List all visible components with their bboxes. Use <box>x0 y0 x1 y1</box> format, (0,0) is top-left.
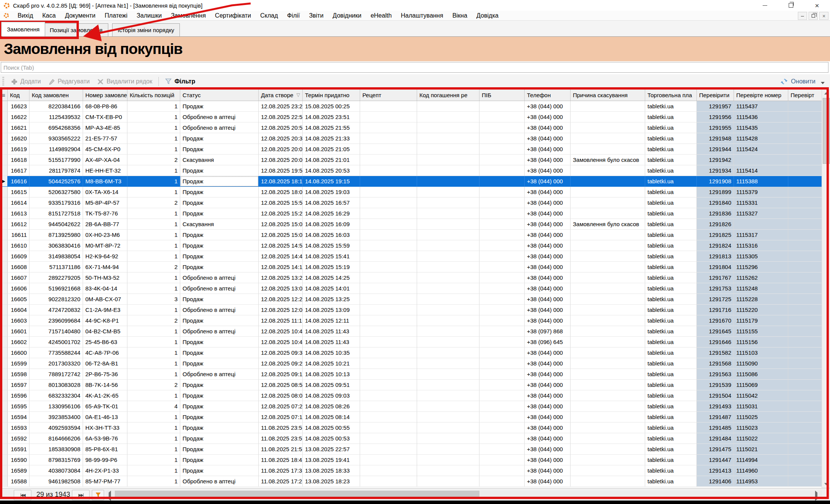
cell-prychyna_skasuvannia[interactable] <box>571 369 645 380</box>
cell-telefon[interactable]: +38 (044) 000 <box>525 390 571 401</box>
cell-perevirt[interactable] <box>788 144 822 155</box>
cell-kod[interactable]: 16608 <box>8 262 29 272</box>
cell-kod_pohashennia[interactable] <box>417 197 479 208</box>
menu-item[interactable]: Вихід <box>13 12 38 19</box>
menu-item[interactable]: Довідка <box>472 12 503 19</box>
cell-nomer_zamovlennia[interactable]: 98-99-99-P6 <box>83 455 127 465</box>
row-indicator[interactable] <box>0 262 8 272</box>
row-indicator[interactable] <box>0 122 8 133</box>
cell-pib[interactable] <box>479 305 525 315</box>
table-row[interactable]: 16601715714048004-B2-CM-B51Оброблено в а… <box>0 326 822 337</box>
cell-perevirt[interactable] <box>788 122 822 133</box>
cell-nomer_zamovlennia[interactable]: 2P-B6-75-36 <box>83 369 127 380</box>
cell-perevirte_nomer[interactable]: 1114960 <box>734 465 788 476</box>
cell-pib[interactable] <box>479 155 525 165</box>
cell-torhovelna_platforma[interactable]: tabletki.ua <box>645 455 697 465</box>
delete-row-button[interactable]: Видалити рядок <box>93 78 156 85</box>
cell-torhovelna_platforma[interactable]: tabletki.ua <box>645 176 697 187</box>
cell-torhovelna_platforma[interactable]: tabletki.ua <box>645 476 697 487</box>
cell-pereviryty[interactable]: 1291934 <box>697 165 734 176</box>
cell-prychyna_skasuvannia[interactable] <box>571 133 645 144</box>
cell-torhovelna_platforma[interactable]: tabletki.ua <box>645 219 697 230</box>
cell-kod_pohashennia[interactable] <box>417 240 479 251</box>
cell-prychyna_skasuvannia[interactable] <box>571 380 645 390</box>
toolbar-grip[interactable] <box>2 77 4 86</box>
cell-pib[interactable] <box>479 380 525 390</box>
cell-termin_prydatnosti[interactable]: 14.08.2025 21:05 <box>303 144 360 155</box>
cell-data_stvorennia[interactable]: 12.08.2025 07:2 <box>259 401 303 412</box>
cell-data_stvorennia[interactable]: 12.08.2025 08:0 <box>259 390 303 401</box>
cell-termin_prydatnosti[interactable]: 14.08.2025 21:55 <box>303 122 360 133</box>
cell-pib[interactable] <box>479 294 525 305</box>
cell-torhovelna_platforma[interactable]: tabletki.ua <box>645 294 697 305</box>
cell-termin_prydatnosti[interactable]: 14.08.2025 15:59 <box>303 240 360 251</box>
cell-perevirt[interactable] <box>788 251 822 262</box>
column-header-status[interactable]: Статус <box>180 89 259 101</box>
cell-pib[interactable] <box>479 197 525 208</box>
cell-kod_pohashennia[interactable] <box>417 208 479 219</box>
cell-telefon[interactable]: +38 (044) 000 <box>525 476 571 487</box>
cell-telefon[interactable]: +38 (044) 000 <box>525 165 571 176</box>
column-header-kilkist_pozytsii[interactable]: Кількість позицій <box>127 89 180 101</box>
cell-perevirt[interactable] <box>788 165 822 176</box>
cell-termin_prydatnosti[interactable]: 14.08.2025 10:21 <box>303 358 360 369</box>
close-button[interactable]: × <box>804 0 830 11</box>
search-input[interactable] <box>1 62 828 73</box>
cell-pereviryty[interactable]: 1291413 <box>697 465 734 476</box>
menu-item[interactable]: Замовлення <box>166 12 210 19</box>
cell-retsept[interactable] <box>360 401 417 412</box>
cell-telefon[interactable]: +38 (097) 868 <box>525 326 571 337</box>
cell-kilkist_pozytsii[interactable]: 2 <box>127 155 180 165</box>
cell-perevirte_nomer[interactable]: 1115156 <box>734 337 788 347</box>
table-row[interactable]: 166138151727518TK-T5-87-761Продаж12.08.2… <box>0 208 822 219</box>
cell-kod_zamovlennia[interactable]: 3149838054 <box>29 251 83 262</box>
cell-kilkist_pozytsii[interactable]: 1 <box>127 358 180 369</box>
table-row[interactable]: 166221125439532CM-TX-EB-P01Оброблено в а… <box>0 112 822 122</box>
cell-telefon[interactable]: +38 (044) 000 <box>525 112 571 122</box>
row-indicator[interactable] <box>0 101 8 112</box>
cell-perevirt[interactable] <box>788 112 822 122</box>
cell-status[interactable]: Продаж <box>180 315 259 326</box>
table-row[interactable]: 1659281646662066A-53-9B-761Продаж11.08.2… <box>0 433 822 444</box>
cell-pib[interactable] <box>479 283 525 294</box>
cell-perevirt[interactable] <box>788 133 822 144</box>
cell-kod_pohashennia[interactable] <box>417 230 479 240</box>
cell-data_stvorennia[interactable]: 11.08.2025 23:5 <box>259 422 303 433</box>
cell-termin_prydatnosti[interactable]: 13.08.2025 22:57 <box>303 444 360 455</box>
cell-torhovelna_platforma[interactable]: tabletki.ua <box>645 187 697 197</box>
menu-item[interactable]: Довідники <box>328 12 366 19</box>
cell-kod[interactable]: 16605 <box>8 294 29 305</box>
cell-pereviryty[interactable]: 1291957 <box>697 101 734 112</box>
cell-status[interactable]: Продаж <box>180 433 259 444</box>
cell-kod_zamovlennia[interactable]: 8151727518 <box>29 208 83 219</box>
cell-termin_prydatnosti[interactable]: 15.08.2025 00:25 <box>303 101 360 112</box>
column-header-perevirt[interactable]: Перевірт <box>788 89 822 101</box>
menu-item[interactable]: Філії <box>282 12 304 19</box>
cell-pereviryty[interactable]: 1291447 <box>697 455 734 465</box>
cell-kod_pohashennia[interactable] <box>417 251 479 262</box>
row-indicator[interactable] <box>0 337 8 347</box>
cell-pereviryty[interactable]: 1291942 <box>697 155 734 165</box>
cell-kod[interactable]: 16604 <box>8 305 29 315</box>
cell-perevirt[interactable] <box>788 337 822 347</box>
cell-data_stvorennia[interactable]: 12.08.2025 10:4 <box>259 326 303 337</box>
cell-kilkist_pozytsii[interactable]: 1 <box>127 101 180 112</box>
table-row[interactable]: 1660857113711866X-71-M4-942Продаж12.08.2… <box>0 262 822 272</box>
cell-prychyna_skasuvannia[interactable] <box>571 208 645 219</box>
column-header-nomer_zamovlennia[interactable]: Номер замовленн <box>83 89 127 101</box>
cell-data_stvorennia[interactable]: 12.08.2025 20:0 <box>259 155 303 165</box>
cell-perevirte_nomer[interactable]: 1115069 <box>734 380 788 390</box>
cell-status[interactable]: Продаж <box>180 465 259 476</box>
table-row[interactable]: 16603239609968444-9C-K8-P12Продаж12.08.2… <box>0 315 822 326</box>
menu-item[interactable]: Сертифікати <box>210 12 256 19</box>
cell-nomer_zamovlennia[interactable]: 25-45-B6-63 <box>83 337 127 347</box>
cell-pereviryty[interactable]: 1291840 <box>697 197 734 208</box>
cell-status[interactable]: Продаж <box>180 294 259 305</box>
cell-data_stvorennia[interactable]: 12.08.2025 09:1 <box>259 369 303 380</box>
cell-telefon[interactable]: +38 (044) 000 <box>525 433 571 444</box>
cell-kilkist_pozytsii[interactable]: 1 <box>127 208 180 219</box>
cell-kod[interactable]: 16590 <box>8 455 29 465</box>
cell-torhovelna_platforma[interactable]: tabletki.ua <box>645 347 697 358</box>
cell-status[interactable]: Продаж <box>180 101 259 112</box>
cell-retsept[interactable] <box>360 122 417 133</box>
